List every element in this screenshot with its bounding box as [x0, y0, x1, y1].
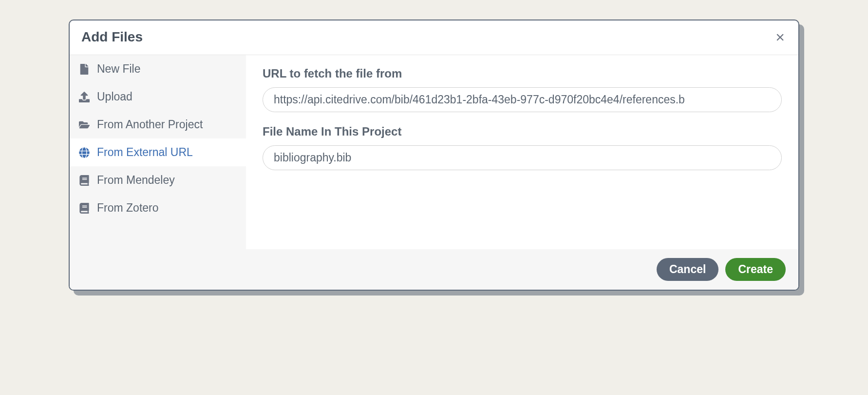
sidebar-item-label: New File	[97, 62, 140, 76]
sidebar-item-label: Upload	[97, 90, 132, 103]
sidebar-item-label: From Mendeley	[97, 174, 175, 187]
sidebar-item-another-project[interactable]: From Another Project	[70, 111, 246, 138]
create-button[interactable]: Create	[725, 258, 786, 281]
sidebar-item-label: From Zotero	[97, 201, 159, 215]
book-icon	[78, 202, 90, 214]
url-label: URL to fetch the file from	[263, 67, 782, 80]
close-button[interactable]: ×	[774, 29, 787, 45]
folder-open-icon	[78, 119, 90, 131]
sidebar-item-external-url[interactable]: From External URL	[70, 138, 246, 166]
sidebar: New File Upload From Another Project Fro…	[70, 55, 246, 249]
modal-footer: Cancel Create	[70, 249, 798, 290]
content-panel: URL to fetch the file from File Name In …	[246, 55, 798, 249]
book-icon	[78, 175, 90, 186]
sidebar-item-label: From External URL	[97, 146, 193, 159]
modal-body: New File Upload From Another Project Fro…	[70, 55, 798, 249]
url-input[interactable]	[263, 87, 782, 112]
url-form-group: URL to fetch the file from	[263, 67, 782, 112]
upload-icon	[78, 91, 90, 103]
sidebar-item-new-file[interactable]: New File	[70, 55, 246, 83]
file-icon	[78, 63, 90, 75]
sidebar-item-label: From Another Project	[97, 118, 203, 131]
modal-title: Add Files	[81, 29, 143, 45]
filename-label: File Name In This Project	[263, 125, 782, 138]
add-files-modal: Add Files × New File Upload	[69, 20, 799, 291]
close-icon: ×	[775, 28, 785, 46]
sidebar-item-mendeley[interactable]: From Mendeley	[70, 166, 246, 194]
globe-icon	[78, 147, 90, 158]
filename-input[interactable]	[263, 145, 782, 170]
sidebar-item-zotero[interactable]: From Zotero	[70, 194, 246, 222]
sidebar-item-upload[interactable]: Upload	[70, 83, 246, 111]
modal-header: Add Files ×	[70, 20, 798, 55]
filename-form-group: File Name In This Project	[263, 125, 782, 170]
cancel-button[interactable]: Cancel	[657, 258, 718, 281]
